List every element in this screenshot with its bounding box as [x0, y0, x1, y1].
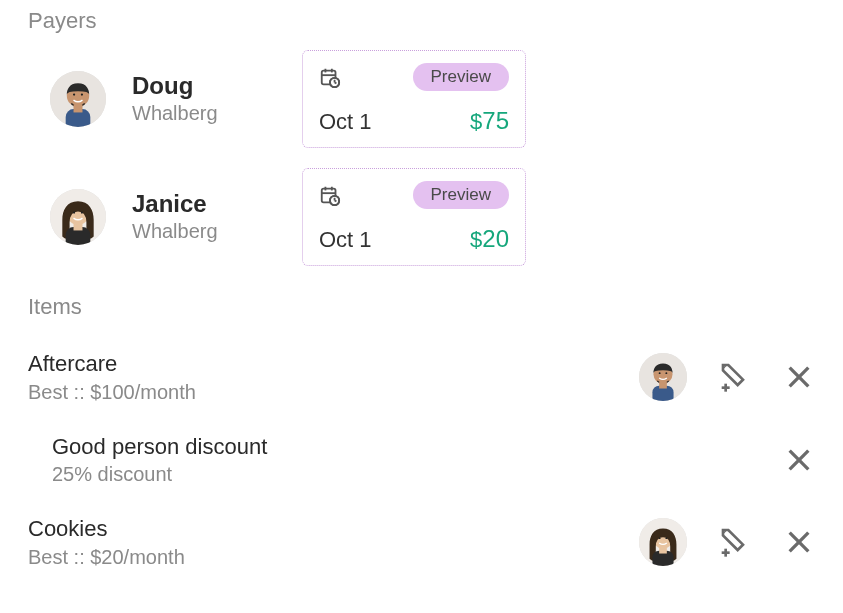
item-info: Good person discount 25% discount	[28, 433, 783, 488]
svg-point-19	[81, 211, 83, 213]
first-name: Janice	[132, 190, 302, 219]
preview-amount: $20	[470, 225, 509, 253]
preview-date: Oct 1	[319, 227, 372, 253]
assignee-avatar[interactable]	[639, 353, 687, 401]
svg-point-4	[73, 93, 75, 95]
close-icon[interactable]	[783, 444, 815, 476]
close-icon[interactable]	[783, 526, 815, 558]
svg-line-47	[724, 532, 727, 535]
last-name: Whalberg	[132, 218, 302, 244]
item-title: Good person discount	[52, 433, 783, 462]
svg-rect-31	[659, 382, 667, 389]
preview-card: Preview Oct 1 $20	[302, 168, 526, 266]
first-name: Doug	[132, 72, 302, 101]
person-info: Janice Whalberg	[132, 190, 302, 245]
svg-rect-44	[659, 547, 667, 554]
preview-card: Preview Oct 1 $75	[302, 50, 526, 148]
item-subtitle: Best :: $20/month	[28, 544, 639, 570]
item-info: Cookies Best :: $20/month	[28, 515, 639, 570]
preview-button[interactable]: Preview	[413, 181, 509, 209]
last-name: Whalberg	[132, 100, 302, 126]
svg-point-33	[665, 372, 667, 374]
avatar[interactable]	[50, 189, 106, 245]
items-header: Items	[28, 294, 815, 320]
close-icon[interactable]	[783, 361, 815, 393]
assignee-avatar[interactable]	[639, 518, 687, 566]
svg-point-32	[659, 372, 661, 374]
preview-amount: $75	[470, 107, 509, 135]
svg-point-45	[659, 538, 661, 540]
payer-row: Doug Whalberg Preview Oct 1 $75	[28, 50, 815, 148]
svg-point-18	[73, 211, 75, 213]
item-row: Good person discount 25% discount	[28, 419, 815, 502]
payers-header: Payers	[28, 8, 815, 34]
svg-point-46	[665, 538, 667, 540]
svg-point-5	[81, 93, 83, 95]
item-row: Cookies Best :: $20/month	[28, 501, 815, 584]
item-title: Aftercare	[28, 350, 639, 379]
svg-line-27	[335, 201, 337, 202]
calendar-clock-icon	[319, 66, 341, 88]
svg-line-34	[724, 367, 727, 370]
avatar[interactable]	[50, 71, 106, 127]
person-info: Doug Whalberg	[132, 72, 302, 127]
svg-rect-17	[74, 223, 83, 231]
add-tag-icon[interactable]	[719, 526, 751, 558]
payer-row: Janice Whalberg Preview Oct 1 $20	[28, 168, 815, 266]
item-info: Aftercare Best :: $100/month	[28, 350, 639, 405]
svg-line-13	[335, 83, 337, 84]
item-title: Cookies	[28, 515, 639, 544]
item-subtitle: 25% discount	[52, 461, 783, 487]
calendar-clock-icon	[319, 184, 341, 206]
add-tag-icon[interactable]	[719, 361, 751, 393]
preview-button[interactable]: Preview	[413, 63, 509, 91]
item-subtitle: Best :: $100/month	[28, 379, 639, 405]
svg-rect-3	[74, 105, 83, 113]
preview-date: Oct 1	[319, 109, 372, 135]
item-row: Aftercare Best :: $100/month	[28, 336, 815, 419]
